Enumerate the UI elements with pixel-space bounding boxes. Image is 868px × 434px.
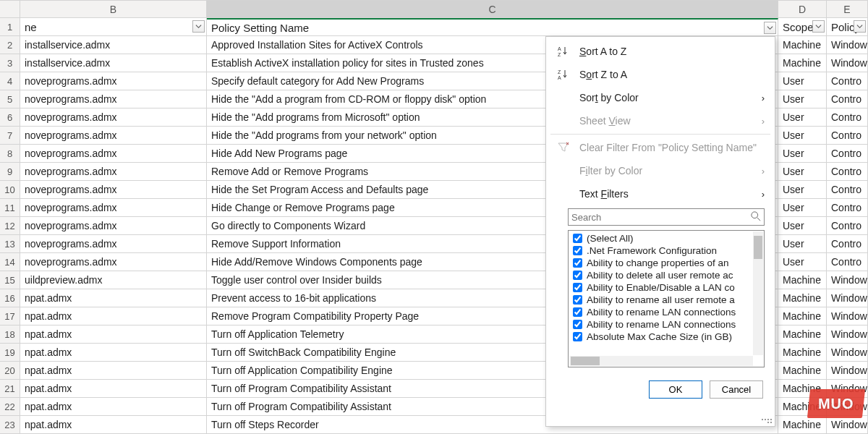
cell[interactable]: User — [778, 145, 827, 163]
sort-by-color[interactable]: Sort by Color › — [546, 86, 775, 109]
sort-az[interactable]: AZ Sort A to Z — [546, 40, 775, 63]
cell[interactable]: Contro — [827, 90, 868, 109]
cell[interactable]: noveprograms.admx — [20, 90, 207, 109]
row-header[interactable]: 13 — [0, 235, 20, 253]
filter-dropdown-button[interactable] — [192, 20, 205, 33]
cell[interactable]: Contro — [827, 217, 868, 235]
row-header[interactable]: 22 — [0, 398, 20, 416]
row-header[interactable]: 10 — [0, 181, 20, 199]
cancel-button[interactable]: Cancel — [710, 380, 763, 399]
row-header[interactable]: 14 — [0, 253, 20, 271]
filter-value-item[interactable]: (Select All) — [569, 232, 764, 244]
table-header-cell[interactable]: Policy I — [827, 18, 868, 36]
cell[interactable]: Window — [827, 362, 868, 380]
filter-value-checkbox[interactable] — [573, 295, 582, 305]
cell[interactable]: Contro — [827, 145, 868, 163]
filter-value-checkbox[interactable] — [573, 307, 582, 317]
row-header[interactable]: 15 — [0, 271, 20, 289]
row-header[interactable]: 11 — [0, 199, 20, 217]
cell[interactable]: noveprograms.admx — [20, 109, 207, 127]
column-header-C[interactable]: C — [207, 0, 778, 18]
text-filters[interactable]: Text Filters › — [546, 182, 775, 205]
cell[interactable]: Machine — [778, 289, 827, 307]
cell[interactable]: User — [778, 253, 827, 271]
filter-dropdown-button[interactable] — [764, 22, 776, 34]
column-header-B[interactable]: B — [20, 0, 207, 18]
cell[interactable]: uildpreview.admx — [20, 271, 207, 289]
row-header[interactable]: 6 — [0, 109, 20, 127]
table-header-cell[interactable]: Policy Setting Name — [207, 18, 778, 36]
table-header-cell[interactable]: ne — [20, 18, 207, 36]
cell[interactable]: Machine — [778, 416, 827, 434]
filter-dropdown-button[interactable] — [812, 20, 825, 33]
filter-value-checkbox[interactable] — [573, 320, 582, 329]
cell[interactable]: Machine — [778, 344, 827, 362]
cell[interactable]: npat.admx — [20, 344, 207, 362]
cell[interactable]: User — [778, 199, 827, 217]
cell[interactable]: noveprograms.admx — [20, 199, 207, 217]
row-header[interactable]: 4 — [0, 72, 20, 90]
filter-value-item[interactable]: Absolute Max Cache Size (in GB) — [569, 331, 764, 343]
cell[interactable]: npat.admx — [20, 398, 207, 416]
cell[interactable]: noveprograms.admx — [20, 253, 207, 271]
cell[interactable]: Contro — [827, 235, 868, 253]
ok-button[interactable]: OK — [649, 380, 702, 399]
filter-value-checkbox[interactable] — [573, 258, 582, 268]
sort-za[interactable]: ZA Sort Z to A — [546, 63, 775, 86]
filter-value-item[interactable]: Ability to delete all user remote ac — [569, 269, 764, 281]
filter-value-item[interactable]: Ability to Enable/Disable a LAN co — [569, 281, 764, 294]
cell[interactable]: Contro — [827, 199, 868, 217]
cell[interactable]: npat.admx — [20, 380, 207, 398]
cell[interactable]: installservice.admx — [20, 54, 207, 72]
filter-value-checkbox[interactable] — [573, 271, 582, 280]
filter-value-checkbox[interactable] — [573, 246, 582, 255]
row-header[interactable]: 23 — [0, 416, 20, 434]
cell[interactable]: User — [778, 127, 827, 145]
filter-value-checkbox[interactable] — [573, 332, 582, 341]
row-header[interactable]: 18 — [0, 326, 20, 344]
cell[interactable]: Window — [827, 36, 868, 54]
vertical-scrollbar[interactable] — [753, 231, 763, 355]
filter-value-item[interactable]: Ability to rename all user remote a — [569, 294, 764, 306]
filter-search-input[interactable] — [571, 212, 751, 223]
cell[interactable]: Contro — [827, 72, 868, 90]
cell[interactable]: Contro — [827, 163, 868, 181]
row-header[interactable]: 9 — [0, 163, 20, 181]
row-header[interactable]: 16 — [0, 289, 20, 307]
cell[interactable]: Contro — [827, 253, 868, 271]
row-header[interactable]: 7 — [0, 127, 20, 145]
filter-dropdown-button[interactable] — [854, 20, 866, 33]
cell[interactable]: User — [778, 217, 827, 235]
filter-value-item[interactable]: Ability to rename LAN connections — [569, 318, 764, 331]
cell[interactable]: Machine — [778, 307, 827, 326]
cell[interactable]: Window — [827, 54, 868, 72]
cell[interactable]: noveprograms.admx — [20, 163, 207, 181]
row-header[interactable]: 8 — [0, 145, 20, 163]
cell[interactable]: noveprograms.admx — [20, 72, 207, 90]
cell[interactable]: Window — [827, 271, 868, 289]
cell[interactable]: Contro — [827, 109, 868, 127]
cell[interactable]: User — [778, 90, 827, 109]
row-header[interactable]: 2 — [0, 36, 20, 54]
cell[interactable]: User — [778, 163, 827, 181]
cell[interactable]: Window — [827, 344, 868, 362]
filter-search-box[interactable] — [568, 208, 765, 226]
table-header-cell[interactable]: Scope — [778, 18, 827, 36]
row-header[interactable]: 21 — [0, 380, 20, 398]
cell[interactable]: noveprograms.admx — [20, 145, 207, 163]
cell[interactable]: Machine — [778, 362, 827, 380]
filter-value-checkbox[interactable] — [573, 283, 582, 292]
cell[interactable]: npat.admx — [20, 307, 207, 326]
cell[interactable]: Machine — [778, 36, 827, 54]
row-header[interactable]: 3 — [0, 54, 20, 72]
cell[interactable]: npat.admx — [20, 362, 207, 380]
cell[interactable]: Window — [827, 326, 868, 344]
filter-value-checkbox[interactable] — [573, 234, 582, 243]
cell[interactable]: noveprograms.admx — [20, 127, 207, 145]
row-header[interactable]: 19 — [0, 344, 20, 362]
horizontal-scrollbar[interactable] — [569, 356, 753, 366]
cell[interactable]: Window — [827, 289, 868, 307]
cell[interactable]: installservice.admx — [20, 36, 207, 54]
cell[interactable]: User — [778, 235, 827, 253]
row-header[interactable]: 1 — [0, 18, 20, 36]
